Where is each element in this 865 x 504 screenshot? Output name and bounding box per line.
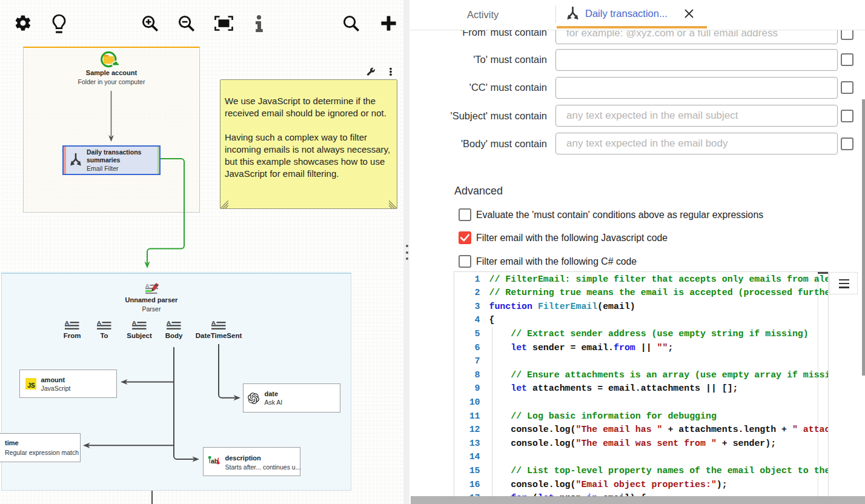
- svg-text:A: A: [167, 319, 171, 326]
- svg-text:A: A: [97, 319, 101, 326]
- svg-text:A: A: [132, 319, 136, 326]
- svg-text:A: A: [211, 319, 216, 326]
- svg-text:A: A: [65, 319, 69, 326]
